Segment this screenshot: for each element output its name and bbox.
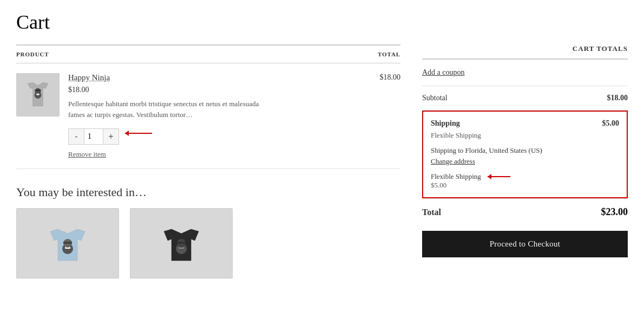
shipping-label: Shipping: [431, 119, 460, 128]
svg-rect-20: [177, 242, 186, 244]
product-price: $18.00: [68, 86, 274, 94]
suggested-image-1: [16, 208, 119, 278]
total-value: $23.00: [601, 206, 628, 218]
suggested-product-1: [16, 208, 119, 278]
svg-point-3: [38, 93, 39, 94]
product-image: [16, 73, 60, 116]
checkout-button[interactable]: Proceed to Checkout: [422, 231, 628, 257]
quantity-stepper[interactable]: - +: [68, 128, 119, 145]
quantity-increase-button[interactable]: +: [103, 129, 119, 144]
svg-rect-14: [63, 242, 72, 244]
subtotal-value: $18.00: [607, 94, 628, 102]
coupon-row: Add a coupon: [422, 60, 628, 86]
total-row: Total $23.00: [422, 198, 628, 225]
subtotal-row: Subtotal $18.00: [422, 86, 628, 111]
flexible-shipping-arrow-icon: [485, 172, 512, 181]
product-description: Pellentesque habitant morbi tristique se…: [68, 99, 274, 120]
svg-rect-6: [35, 89, 41, 91]
shipping-box: Shipping $5.00 Flexible Shipping Shippin…: [422, 111, 628, 198]
suggested-product-2: [130, 208, 233, 278]
shipping-price: $5.00: [602, 119, 620, 128]
col-product-header: PRODUCT: [16, 45, 370, 63]
product-cell: Happy Ninja $18.00 Pellentesque habitant…: [16, 63, 370, 169]
quantity-arrow-icon: [122, 128, 155, 139]
you-may-heading: You may be interested in…: [16, 185, 400, 199]
suggested-products: [16, 208, 400, 278]
cart-table: PRODUCT TOTAL: [16, 44, 400, 169]
shipping-method: Flexible Shipping: [431, 131, 619, 140]
quantity-decrease-button[interactable]: -: [69, 129, 84, 144]
flexible-shipping-option: Flexible Shipping $5.00: [431, 172, 619, 190]
shipping-address: Shipping to Florida, United States (US): [431, 146, 619, 155]
svg-point-2: [37, 93, 38, 94]
change-address-link[interactable]: Change address: [431, 157, 475, 165]
flexible-shipping-name: Flexible Shipping: [431, 172, 481, 181]
change-address: Change address: [431, 157, 619, 166]
table-row: Happy Ninja $18.00 Pellentesque habitant…: [16, 63, 400, 169]
flexible-shipping-price: $5.00: [431, 181, 619, 190]
add-coupon-link[interactable]: Add a coupon: [422, 68, 465, 76]
product-total-cell: $18.00: [370, 63, 400, 169]
subtotal-label: Subtotal: [422, 94, 448, 102]
remove-item-link[interactable]: Remove item: [68, 150, 106, 158]
cart-totals-title: CART TOTALS: [422, 44, 628, 60]
suggested-image-2: [130, 208, 233, 278]
page-title: Cart: [16, 11, 628, 34]
svg-marker-8: [125, 131, 129, 136]
you-may-section: You may be interested in…: [16, 185, 400, 278]
total-label: Total: [422, 208, 441, 217]
quantity-input[interactable]: [84, 129, 103, 144]
cart-right-panel: CART TOTALS Add a coupon Subtotal $18.00…: [422, 44, 628, 257]
cart-left-panel: PRODUCT TOTAL: [16, 44, 400, 278]
product-details: Happy Ninja $18.00 Pellentesque habitant…: [68, 73, 274, 159]
remove-item: Remove item: [68, 150, 274, 159]
col-total-header: TOTAL: [370, 45, 400, 63]
product-name: Happy Ninja: [68, 73, 274, 82]
svg-marker-22: [488, 174, 491, 179]
